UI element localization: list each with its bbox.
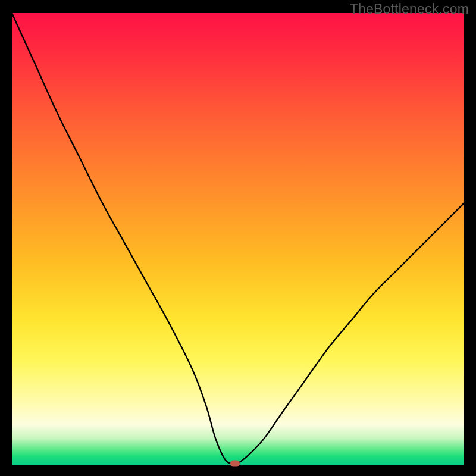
bottleneck-curve [12, 13, 464, 465]
watermark-text: TheBottleneck.com [350, 1, 469, 17]
chart-frame: TheBottleneck.com [0, 0, 476, 476]
optimal-point-marker [230, 461, 240, 467]
curve-path [12, 13, 464, 465]
